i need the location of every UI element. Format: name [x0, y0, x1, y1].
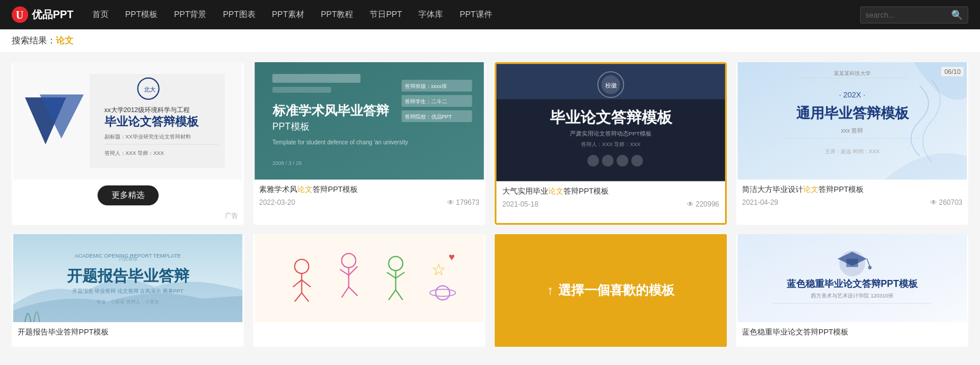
ad-card[interactable]: 北大 xx大学2012级环境科学与工程 毕业论文答辩模板 副标题：XX毕业研究生…	[12, 62, 244, 225]
eye-icon-3: 👁	[687, 200, 694, 208]
thumb-svg-3: 校徽 毕业论文答辩模板 严肃实用论文答辩动态PPT模板 答辩人：XXX 导师：X…	[496, 64, 725, 181]
ad-thumb-svg: 北大 xx大学2012级环境科学与工程 毕业论文答辩模板 副标题：XX毕业研究生…	[12, 62, 244, 180]
content-area: 北大 xx大学2012级环境科学与工程 毕业论文答辩模板 副标题：XX毕业研究生…	[0, 53, 980, 356]
thumb-svg-6: ☆ ♥	[253, 234, 485, 322]
svg-text:蓝色稳重毕业论文答辩PPT模板: 蓝色稳重毕业论文答辩PPT模板	[787, 278, 918, 289]
svg-text:校徽: 校徽	[605, 82, 617, 89]
svg-text:xx大学2012级环境科学与工程: xx大学2012级环境科学与工程	[105, 106, 190, 113]
nav-ppt-tutorial[interactable]: PPT教程	[314, 6, 360, 23]
svg-text:答辩院校：优品PPT: 答辩院校：优品PPT	[405, 114, 452, 120]
svg-rect-79	[738, 234, 967, 322]
card-thumb-3: 校徽 毕业论文答辩模板 严肃实用论文答辩动态PPT模板 答辩人：XXX 导师：X…	[496, 64, 725, 181]
ad-label: 广告	[12, 211, 244, 225]
svg-text:通用毕业答辩模板: 通用毕业答辩模板	[796, 105, 909, 121]
thumb-svg-2: 标准学术风毕业答辩 PPT模板 Template for student def…	[253, 62, 485, 180]
card-title-7: 蓝色稳重毕业论文答辩PPT模板	[742, 327, 962, 337]
svg-text:♥: ♥	[449, 251, 455, 263]
card-date-2: 2022-03-20	[259, 198, 295, 207]
svg-text:· 202X ·: · 202X ·	[839, 90, 865, 99]
card-views-2: 👁 179673	[447, 198, 479, 207]
svg-text:答辩人：XXX    导师：XXX: 答辩人：XXX 导师：XXX	[581, 141, 640, 147]
nav-home[interactable]: 首页	[85, 6, 116, 23]
nav-ppt-bg[interactable]: PPT背景	[167, 6, 213, 23]
card-teal-academic[interactable]: 标准学术风毕业答辩 PPT模板 Template for student def…	[253, 62, 485, 225]
svg-text:Template for student defence o: Template for student defence of chang 'a…	[273, 139, 408, 146]
svg-rect-37	[616, 155, 628, 167]
card-info-6	[253, 322, 485, 336]
nav-ppt-material[interactable]: PPT素材	[265, 6, 311, 23]
card-info-5: 开题报告毕业答辩PPT模板	[12, 322, 244, 347]
eye-icon-2: 👁	[447, 198, 454, 207]
select-template-banner[interactable]: ↑ 選擇一個喜歡的模板	[495, 234, 727, 347]
card-info-7: 蓝色稳重毕业论文答辩PPT模板	[736, 322, 968, 347]
svg-text:开题报告毕业答辩: 开题报告毕业答辩	[66, 267, 190, 285]
svg-text:北大: 北大	[144, 86, 156, 93]
ad-thumb: 北大 xx大学2012级环境科学与工程 毕业论文答辩模板 副标题：XX毕业研究生…	[12, 62, 244, 180]
svg-text:PPT模板: PPT模板	[273, 121, 310, 131]
breadcrumb: 搜索结果：论文	[0, 29, 980, 53]
card-grid-row2: ACADEMIC OPENING REPORT TEMPLATE 只此青绿 开题…	[12, 234, 968, 347]
svg-text:答辩人：XXX    导师：XXX: 答辩人：XXX 导师：XXX	[105, 150, 165, 156]
navbar: U 优品PPT 首页 PPT模板 PPT背景 PPT图表 PPT素材 PPT教程…	[0, 0, 980, 29]
svg-text:答辩学生：二斗二: 答辩学生：二斗二	[405, 99, 447, 104]
card-thumb-4: 06/10 某某某科技大学	[736, 62, 968, 180]
eye-icon-4: 👁	[930, 198, 937, 207]
breadcrumb-keyword: 论文	[56, 35, 73, 45]
thumb-svg-4: 某某某科技大学 · 202X · 通用毕业答辩模板 xxx 答辩 主讲：超远 时…	[736, 62, 968, 180]
card-views-4: 👁 260703	[930, 198, 962, 207]
svg-text:专业：小英语    答辩人：小美女: 专业：小英语 答辩人：小美女	[96, 299, 159, 305]
card-cute-figures[interactable]: ☆ ♥	[253, 234, 485, 347]
card-dark-thesis[interactable]: 校徽 毕业论文答辩模板 严肃实用论文答辩动态PPT模板 答辩人：XXX 导师：X…	[495, 62, 727, 225]
svg-text:只此青绿: 只此青绿	[119, 256, 137, 262]
card-meta-4: 2021-04-29 👁 260703	[742, 198, 962, 207]
highlight-4: 论文	[803, 185, 818, 194]
nav-courseware[interactable]: PPT课件	[452, 6, 499, 23]
svg-rect-15	[273, 74, 361, 83]
breadcrumb-prefix: 搜索结果：	[12, 35, 56, 45]
nav-ppt-chart[interactable]: PPT图表	[216, 6, 262, 23]
card-views-3: 👁 220996	[687, 200, 719, 208]
svg-text:毕业论文答辩模板: 毕业论文答辩模板	[105, 115, 199, 128]
card-info-3: 大气实用毕业论文答辩PPT模板 2021-05-18 👁 220996	[496, 181, 725, 214]
logo-text: 优品PPT	[32, 8, 73, 22]
search-icon[interactable]: 🔍	[951, 9, 963, 21]
card-title-2: 素雅学术风论文答辩PPT模板	[259, 184, 479, 195]
nav-font[interactable]: 字体库	[411, 6, 450, 23]
nav-festival[interactable]: 节日PPT	[363, 6, 409, 23]
svg-text:某某某科技大学: 某某某科技大学	[834, 70, 871, 76]
svg-rect-16	[273, 87, 331, 93]
svg-text:标准学术风毕业答辩: 标准学术风毕业答辩	[272, 103, 390, 118]
card-thumb-5: ACADEMIC OPENING REPORT TEMPLATE 只此青绿 开题…	[12, 234, 244, 322]
svg-text:严肃实用论文答辩动态PPT模板: 严肃实用论文答辩动态PPT模板	[570, 130, 652, 137]
highlight-3: 论文	[548, 187, 563, 195]
svg-text:主讲：超远    时间：XXX: 主讲：超远 时间：XXX	[825, 148, 880, 154]
card-title-5: 开题报告毕业答辩PPT模板	[18, 327, 238, 337]
thumb-svg-5: ACADEMIC OPENING REPORT TEMPLATE 只此青绿 开题…	[12, 234, 244, 322]
svg-text:西方美术与艺术设计学院  120310班: 西方美术与艺术设计学院 120310班	[811, 293, 894, 299]
svg-rect-35	[588, 155, 599, 167]
svg-text:2008 / 3 / 26: 2008 / 3 / 26	[273, 160, 302, 166]
card-light-blue[interactable]: 06/10 某某某科技大学	[736, 62, 968, 225]
thumb-svg-7: 蓝色稳重毕业论文答辩PPT模板 西方美术与艺术设计学院 120310班	[736, 234, 968, 322]
search-input[interactable]	[865, 11, 948, 19]
nav-links: 首页 PPT模板 PPT背景 PPT图表 PPT素材 PPT教程 节日PPT 字…	[85, 6, 860, 23]
highlight-2: 论文	[297, 185, 313, 194]
svg-text:副标题：XX毕业研究生论文答辩材料: 副标题：XX毕业研究生论文答辩材料	[105, 134, 191, 140]
card-open-report[interactable]: ACADEMIC OPENING REPORT TEMPLATE 只此青绿 开题…	[12, 234, 244, 347]
card-grid-row1: 北大 xx大学2012级环境科学与工程 毕业论文答辩模板 副标题：XX毕业研究生…	[12, 62, 968, 225]
card-blue-thesis[interactable]: 蓝色稳重毕业论文答辩PPT模板 西方美术与艺术设计学院 120310班 蓝色稳重…	[736, 234, 968, 347]
svg-rect-36	[602, 155, 614, 167]
svg-text:毕业论文答辩模板: 毕业论文答辩模板	[550, 109, 673, 126]
card-info-4: 简洁大方毕业设计论文答辩PPT模板 2021-04-29 👁 260703	[736, 180, 968, 212]
banner-arrow: ↑	[547, 283, 553, 298]
card-title-4: 简洁大方毕业设计论文答辩PPT模板	[742, 184, 962, 195]
card-thumb-7: 蓝色稳重毕业论文答辩PPT模板 西方美术与艺术设计学院 120310班	[736, 234, 968, 322]
svg-rect-82	[847, 259, 858, 267]
nav-ppt-template[interactable]: PPT模板	[118, 6, 165, 23]
svg-text:开题报告 毕业答辩 论文答辩 古风演示 商务PPT: 开题报告 毕业答辩 论文答辩 古风演示 商务PPT	[72, 288, 184, 294]
card-info-2: 素雅学术风论文答辩PPT模板 2022-03-20 👁 179673	[253, 180, 485, 212]
more-btn[interactable]: 更多精选	[98, 185, 159, 205]
card-meta-3: 2021-05-18 👁 220996	[502, 200, 719, 208]
logo[interactable]: U 优品PPT	[12, 6, 73, 23]
svg-rect-38	[631, 155, 643, 167]
